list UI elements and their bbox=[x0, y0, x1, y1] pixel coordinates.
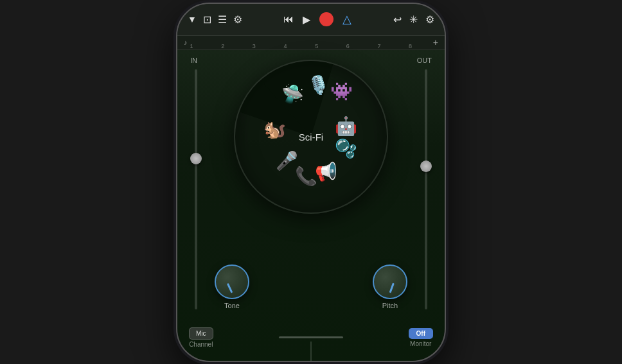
main-area: IN OUT bbox=[177, 50, 445, 361]
side-button-volume-up[interactable] bbox=[176, 123, 177, 155]
pitch-knob-label: Pitch bbox=[382, 302, 398, 309]
toolbar-right: ↩ ✳ ⚙ bbox=[393, 13, 434, 26]
in-slider[interactable] bbox=[190, 69, 202, 309]
out-label: OUT bbox=[417, 56, 432, 64]
tone-knob-indicator bbox=[227, 282, 233, 293]
ruler-mark-4: 4 bbox=[283, 43, 287, 49]
tuner-icon[interactable]: △ bbox=[342, 12, 351, 26]
ruler-mark-6: 6 bbox=[346, 43, 350, 49]
tone-knob-label: Tone bbox=[224, 302, 240, 309]
home-indicator bbox=[279, 336, 343, 338]
monitor-off-button[interactable]: Off bbox=[409, 328, 433, 339]
toolbar-left: ▼ ⊡ ☰ ⚙ bbox=[188, 13, 242, 26]
mixer-icon[interactable]: ⚙ bbox=[233, 13, 242, 26]
toolbar: ▼ ⊡ ☰ ⚙ ⏮ ▶ △ ↩ ✳ ⚙ bbox=[177, 4, 445, 36]
out-slider[interactable] bbox=[420, 69, 432, 309]
channel-label: Channel bbox=[189, 341, 213, 348]
in-label: IN bbox=[190, 56, 197, 64]
toolbar-center: ⏮ ▶ △ bbox=[283, 12, 351, 26]
mic-button[interactable]: Mic bbox=[189, 327, 213, 340]
dropdown-icon[interactable]: ▼ bbox=[188, 14, 197, 24]
ruler: 1 2 3 4 5 6 7 8 bbox=[190, 36, 431, 49]
out-slider-track bbox=[425, 69, 427, 309]
undo-icon[interactable]: ↩ bbox=[393, 13, 402, 26]
add-track-button[interactable]: + bbox=[433, 37, 438, 48]
play-icon[interactable]: ▶ bbox=[303, 13, 310, 26]
ruler-mark-1: 1 bbox=[190, 43, 193, 49]
in-slider-thumb[interactable] bbox=[190, 153, 202, 164]
side-button-mute[interactable] bbox=[176, 94, 177, 113]
side-button-volume-down[interactable] bbox=[176, 164, 177, 196]
phone-frame: ▼ ⊡ ☰ ⚙ ⏮ ▶ △ ↩ ✳ ⚙ ♪ 1 2 3 bbox=[176, 3, 446, 362]
tone-knob[interactable]: Tone bbox=[215, 264, 249, 309]
pitch-knob[interactable]: Pitch bbox=[373, 264, 407, 309]
monitor-label: Monitor bbox=[410, 340, 431, 347]
monitor-control: Off Monitor bbox=[409, 328, 433, 347]
multiwindow-icon[interactable]: ⊡ bbox=[203, 13, 211, 26]
wheel-icon-squirrel[interactable]: 🐿️ bbox=[263, 118, 286, 139]
side-button-power[interactable] bbox=[445, 132, 446, 177]
wheel-icon-ufo[interactable]: 🛸 bbox=[281, 83, 304, 105]
phone-screen: ▼ ⊡ ☰ ⚙ ⏮ ▶ △ ↩ ✳ ⚙ ♪ 1 2 3 bbox=[177, 4, 445, 361]
settings-icon[interactable]: ⚙ bbox=[425, 13, 434, 26]
rewind-icon[interactable]: ⏮ bbox=[283, 13, 294, 25]
pitch-knob-indicator bbox=[389, 282, 395, 293]
wheel-icon-bubble[interactable]: 🫧 bbox=[335, 138, 357, 159]
ruler-mark-8: 8 bbox=[409, 43, 412, 49]
pitch-knob-circle[interactable] bbox=[373, 264, 407, 299]
wheel-outer[interactable]: 🛸 🎙️ 👾 🐿️ 🤖 🎤 📞 📢 🫧 Sci-Fi bbox=[234, 60, 388, 214]
connector-line bbox=[311, 342, 312, 361]
record-button[interactable] bbox=[319, 12, 333, 26]
wheel-icon-mic[interactable]: 🎙️ bbox=[307, 74, 330, 96]
ruler-mark-5: 5 bbox=[315, 43, 318, 49]
wheel-center-text: Sci-Fi bbox=[299, 131, 323, 142]
timeline-ruler: ♪ 1 2 3 4 5 6 7 8 + bbox=[177, 36, 445, 50]
wheel-icon-robot[interactable]: 🤖 bbox=[335, 115, 357, 136]
tone-knob-circle[interactable] bbox=[215, 264, 249, 299]
ruler-mark-2: 2 bbox=[221, 43, 224, 49]
mic-channel-control: Mic Channel bbox=[189, 327, 213, 348]
ruler-mark-3: 3 bbox=[253, 43, 256, 49]
wheel-icon-monster[interactable]: 👾 bbox=[330, 80, 353, 101]
in-slider-track bbox=[195, 69, 197, 309]
list-icon[interactable]: ☰ bbox=[218, 13, 227, 26]
wheel-icon-megaphone[interactable]: 📢 bbox=[315, 160, 337, 182]
scifi-wheel[interactable]: 🛸 🎙️ 👾 🐿️ 🤖 🎤 📞 📢 🫧 Sci-Fi bbox=[234, 60, 388, 214]
out-slider-thumb[interactable] bbox=[420, 160, 432, 172]
metronome-icon[interactable]: ✳ bbox=[409, 13, 418, 26]
ruler-mark-7: 7 bbox=[377, 43, 380, 49]
